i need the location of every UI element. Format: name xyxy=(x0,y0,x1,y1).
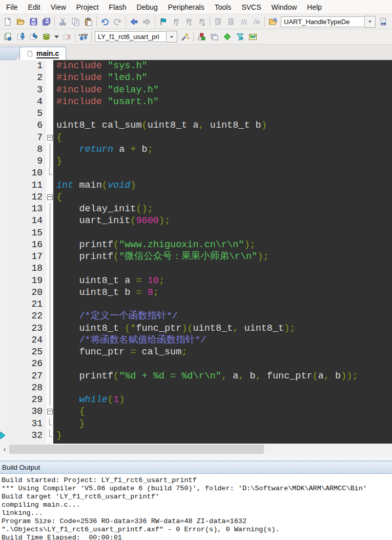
fold-collapse-box[interactable] xyxy=(47,194,53,200)
scrollbar-thumb[interactable] xyxy=(9,445,264,454)
paste-button[interactable] xyxy=(82,15,95,28)
code-line-text[interactable]: { xyxy=(53,132,392,144)
code-line-text[interactable]: while(1) xyxy=(53,394,392,406)
code-line-text[interactable] xyxy=(53,358,392,370)
stop-build-button[interactable] xyxy=(60,31,73,43)
menu-item-window[interactable]: Window xyxy=(266,2,302,13)
prev-bookmark-button[interactable] xyxy=(170,15,182,28)
code-token: ( xyxy=(113,371,119,382)
open-file-button[interactable] xyxy=(14,15,27,28)
build-output-header[interactable]: Build Output xyxy=(0,462,392,474)
build-output-pane[interactable]: Build started: Project: LY_f1_rct6_usart… xyxy=(0,474,392,540)
build-button[interactable] xyxy=(14,31,27,43)
pack-installer-button[interactable] xyxy=(246,31,259,43)
redo-button[interactable] xyxy=(111,15,124,28)
code-line-text[interactable]: #include "led.h" xyxy=(53,72,392,84)
code-line-text[interactable] xyxy=(53,263,392,274)
uncomment-button[interactable] xyxy=(250,15,263,28)
code-line-text[interactable]: } xyxy=(53,430,392,442)
code-line-text[interactable]: #include "usart.h" xyxy=(53,96,392,108)
rebuild-button[interactable] xyxy=(27,31,40,43)
code-line-text[interactable]: uint8_t a = 10; xyxy=(53,275,392,287)
copy-button[interactable] xyxy=(69,15,82,28)
navigate-forward-button[interactable] xyxy=(140,15,153,28)
search-combobox-dropdown-button[interactable] xyxy=(365,16,376,28)
code-token: )( xyxy=(181,323,193,334)
menu-item-file[interactable]: File xyxy=(1,2,23,13)
navigate-back-button[interactable] xyxy=(128,15,140,28)
tab-main-c[interactable]: main.c xyxy=(19,47,66,60)
save-button[interactable] xyxy=(27,15,40,28)
select-software-packs-button[interactable] xyxy=(221,31,234,43)
code-line-text[interactable]: int main(void) xyxy=(53,179,392,191)
save-all-button[interactable] xyxy=(40,15,53,28)
code-line-text[interactable]: #include "delay.h" xyxy=(53,84,392,96)
incremental-find-button[interactable] xyxy=(390,15,392,28)
indent-button[interactable] xyxy=(212,15,224,28)
code-line-text[interactable] xyxy=(53,167,392,179)
target-combobox-value[interactable]: LY_f1_rct6_usart_pri xyxy=(95,31,167,42)
translate-file-button[interactable] xyxy=(2,31,14,43)
find-in-files-dialog-button[interactable] xyxy=(377,15,390,28)
insert-bookmark-button[interactable] xyxy=(157,15,170,28)
code-line-text[interactable] xyxy=(53,108,392,119)
menu-item-view[interactable]: View xyxy=(46,2,71,13)
code-line-text[interactable]: uint8_t (*func_ptr)(uint8_t, uint8_t); xyxy=(53,323,392,334)
menu-item-debug[interactable]: Debug xyxy=(132,2,163,13)
code-editor[interactable]: 1#include "sys.h"2#include "led.h"3#incl… xyxy=(0,60,392,444)
code-line-text[interactable]: return a + b; xyxy=(53,144,392,155)
code-line-text[interactable]: { xyxy=(53,406,392,417)
menu-item-peripherals[interactable]: Peripherals xyxy=(163,2,210,13)
search-combobox-value[interactable]: UART_HandleTypeDe xyxy=(281,16,365,27)
code-line-text[interactable] xyxy=(53,298,392,310)
batch-build-button[interactable] xyxy=(40,31,53,43)
options-for-target-button[interactable] xyxy=(179,31,192,43)
outdent-button[interactable] xyxy=(224,15,237,28)
pack-filter-button[interactable] xyxy=(234,31,246,43)
code-line-text[interactable]: uint8_t cal_sum(uint8_t a, uint8_t b) xyxy=(53,119,392,131)
code-line-text[interactable]: { xyxy=(53,191,392,203)
code-token: , xyxy=(199,120,204,131)
code-line-text[interactable]: printf("微信公众号：果果小师弟\r\n"); xyxy=(53,251,392,263)
cut-button[interactable] xyxy=(56,15,69,28)
code-line-text[interactable]: uart_init(9600); xyxy=(53,215,392,227)
manage-rte-button[interactable] xyxy=(195,31,208,43)
code-line-text[interactable]: delay_init(); xyxy=(53,203,392,215)
code-line-text[interactable]: func_ptr = cal_sum; xyxy=(53,346,392,358)
code-token: delay_init xyxy=(56,204,136,214)
code-line-text[interactable]: printf("www.zhiguoxin.cn\r\n"); xyxy=(53,239,392,251)
clear-bookmarks-button[interactable] xyxy=(195,15,208,28)
line-number: 24 xyxy=(6,334,46,346)
scroll-left-button[interactable]: ‹ xyxy=(0,444,9,455)
code-line-text[interactable]: /*定义一个函数指针*/ xyxy=(53,310,392,322)
code-line-text[interactable] xyxy=(53,227,392,239)
code-line-text[interactable]: /*将函数名赋值给函数指针*/ xyxy=(53,334,392,346)
menu-item-edit[interactable]: Edit xyxy=(23,2,46,13)
menu-item-tools[interactable]: Tools xyxy=(210,2,237,13)
fold-collapse-box[interactable] xyxy=(47,409,53,414)
target-combobox-dropdown-button[interactable] xyxy=(167,31,177,43)
fold-collapse-box[interactable] xyxy=(47,135,53,141)
manage-project-items-button[interactable] xyxy=(208,31,221,43)
code-line-text[interactable] xyxy=(53,382,392,394)
fold-margin xyxy=(46,418,53,430)
menu-item-project[interactable]: Project xyxy=(71,2,104,13)
comment-button[interactable] xyxy=(237,15,250,28)
code-line-text[interactable]: uint8_t b = 8; xyxy=(53,287,392,298)
fold-margin xyxy=(46,382,53,394)
scrollbar-track[interactable] xyxy=(9,444,392,455)
new-file-button[interactable] xyxy=(2,15,14,28)
pane-splitter[interactable] xyxy=(0,455,392,462)
menu-item-flash[interactable]: Flash xyxy=(104,2,131,13)
code-line-text[interactable]: } xyxy=(53,418,392,430)
menu-item-help[interactable]: Help xyxy=(302,2,327,13)
code-line-text[interactable]: } xyxy=(53,155,392,167)
code-line-text[interactable]: printf("%d + %d = %d\r\n", a, b, func_pt… xyxy=(53,370,392,382)
next-bookmark-button[interactable] xyxy=(182,15,195,28)
menu-item-svcs[interactable]: SVCS xyxy=(236,2,266,13)
download-button[interactable]: LOAD xyxy=(77,31,90,43)
batch-build-dropdown[interactable] xyxy=(53,31,60,43)
find-in-files-button[interactable] xyxy=(266,15,279,28)
undo-button[interactable] xyxy=(98,15,111,28)
code-line-text[interactable]: #include "sys.h" xyxy=(53,60,392,72)
